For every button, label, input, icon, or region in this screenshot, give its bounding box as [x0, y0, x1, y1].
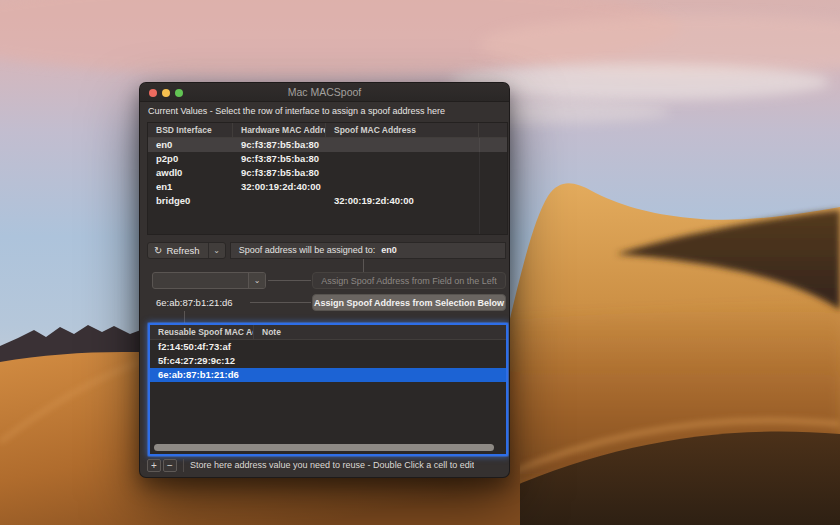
cell-spoof-mac — [326, 152, 479, 166]
horizontal-scrollbar[interactable] — [154, 444, 494, 451]
cell-spoof-mac — [326, 166, 479, 180]
refresh-button[interactable]: ↻ Refresh — [148, 243, 208, 258]
reusable-addresses-table: Reusable Spoof MAC Address Note f2:14:50… — [148, 323, 508, 456]
refresh-icon: ↻ — [154, 246, 162, 256]
connector-line — [268, 280, 311, 281]
footer-divider — [183, 459, 184, 472]
reusable-table-header: Reusable Spoof MAC Address Note — [150, 325, 506, 340]
refresh-segmented-control: ↻ Refresh ⌄ — [147, 242, 226, 259]
cell-iface: bridge0 — [148, 194, 233, 208]
column-header-bsd-interface[interactable]: BSD Interface — [148, 123, 233, 137]
interfaces-table: BSD Interface Hardware MAC Address Spoof… — [147, 122, 508, 235]
assign-target-status: Spoof address will be assigned to:en0 — [230, 242, 506, 259]
column-separator — [479, 138, 480, 234]
assign-from-field-button[interactable]: Assign Spoof Address from Field on the L… — [312, 272, 506, 289]
chevron-down-icon: ⌄ — [213, 246, 220, 255]
connector-line — [363, 259, 364, 273]
cell-iface: p2p0 — [148, 152, 233, 166]
table-row-awdl0[interactable]: awdl0 9c:f3:87:b5:ba:80 — [148, 166, 507, 180]
column-header-hardware-mac[interactable]: Hardware MAC Address — [233, 123, 326, 137]
assign-from-selection-button[interactable]: Assign Spoof Address from Selection Belo… — [312, 294, 506, 311]
cell-spoof-mac — [326, 180, 479, 194]
cell-hw-mac — [233, 194, 326, 208]
table-footer: + − Store here address value you need to… — [147, 457, 506, 473]
desktop: Mac MACSpoof Current Values - Select the… — [0, 0, 840, 525]
table-row-en1[interactable]: en1 32:00:19:2d:40:00 — [148, 180, 507, 194]
refresh-label: Refresh — [166, 245, 199, 256]
cell-spoof-mac: 32:00:19:2d:40:00 — [326, 194, 479, 208]
app-window: Mac MACSpoof Current Values - Select the… — [139, 82, 510, 478]
interfaces-table-header: BSD Interface Hardware MAC Address Spoof… — [148, 123, 507, 138]
table-row-p2p0[interactable]: p2p0 9c:f3:87:b5:ba:80 — [148, 152, 507, 166]
reusable-row-2[interactable]: 5f:c4:27:29:9c:12 — [150, 354, 506, 368]
spoof-address-combobox[interactable]: ⌄ — [152, 272, 266, 289]
connector-line — [250, 302, 311, 303]
column-header-spacer — [479, 123, 507, 137]
cell-spoof-mac — [326, 138, 479, 152]
instructions-label: Current Values - Select the row of inter… — [148, 106, 445, 116]
add-address-button[interactable]: + — [147, 459, 161, 472]
cell-hw-mac: 32:00:19:2d:40:00 — [233, 180, 326, 194]
cell-iface: en1 — [148, 180, 233, 194]
status-prefix: Spoof address will be assigned to: — [239, 245, 376, 255]
cell-hw-mac: 9c:f3:87:b5:ba:80 — [233, 152, 326, 166]
reusable-row-3-selected[interactable]: 6e:ab:87:b1:21:d6 — [150, 368, 506, 382]
refresh-toolbar: ↻ Refresh ⌄ Spoof address will be assign… — [147, 242, 506, 259]
footer-hint: Store here address value you need to reu… — [190, 460, 474, 470]
column-header-note[interactable]: Note — [254, 325, 506, 339]
cell-iface: awdl0 — [148, 166, 233, 180]
cell-hw-mac: 9c:f3:87:b5:ba:80 — [233, 166, 326, 180]
remove-address-button[interactable]: − — [163, 459, 177, 472]
cell-iface: en0 — [148, 138, 233, 152]
connector-line — [184, 311, 185, 323]
column-header-spoof-mac[interactable]: Spoof MAC Address — [326, 123, 479, 137]
combobox-dropdown-button[interactable]: ⌄ — [248, 273, 265, 288]
column-header-reusable-mac[interactable]: Reusable Spoof MAC Address — [150, 325, 254, 339]
chevron-down-icon: ⌄ — [254, 276, 261, 285]
table-row-bridge0[interactable]: bridge0 32:00:19:2d:40:00 — [148, 194, 507, 208]
combobox-field[interactable] — [153, 273, 248, 288]
refresh-menu-button[interactable]: ⌄ — [209, 243, 225, 258]
window-title: Mac MACSpoof — [140, 83, 509, 102]
selected-spoof-address-label: 6e:ab:87:b1:21:d6 — [156, 294, 233, 311]
title-bar[interactable]: Mac MACSpoof — [140, 83, 509, 102]
status-interface-value: en0 — [381, 245, 397, 255]
reusable-row-1[interactable]: f2:14:50:4f:73:af — [150, 340, 506, 354]
cell-hw-mac: 9c:f3:87:b5:ba:80 — [233, 138, 326, 152]
table-row-en0[interactable]: en0 9c:f3:87:b5:ba:80 — [148, 138, 507, 152]
